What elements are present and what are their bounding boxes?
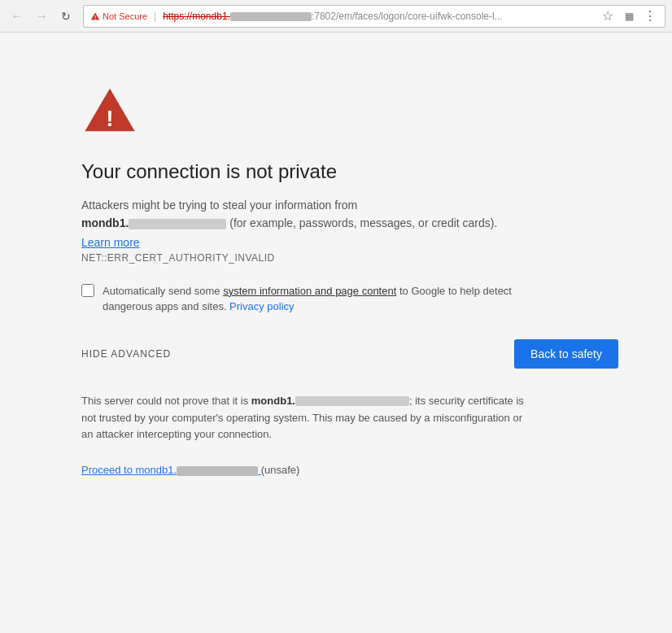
svg-text:!: ! <box>94 14 96 20</box>
error-code: NET::ERR_CERT_AUTHORITY_INVALID <box>81 252 672 264</box>
proceed-link-text: Proceed to mondb1. <box>81 464 177 476</box>
proceed-unsafe: (unsafe) <box>261 464 300 476</box>
learn-more-link[interactable]: Learn more <box>81 236 140 249</box>
browser-chrome: ← → ↻ ! Not Secure | https://mondb1.:780… <box>0 0 672 33</box>
site-name-blurred <box>129 219 226 229</box>
advanced-section: This server could not prove that it is m… <box>81 393 537 443</box>
proceed-blurred <box>177 466 258 476</box>
nav-buttons: ← → ↻ <box>7 6 76 27</box>
not-secure-badge: ! Not Secure <box>90 11 147 21</box>
page-content: ! Your connection is not private Attacke… <box>0 33 672 633</box>
description-line1: Attackers might be trying to steal your … <box>81 199 357 212</box>
svg-text:!: ! <box>106 106 113 131</box>
reload-button[interactable]: ↻ <box>55 6 76 27</box>
address-bar[interactable]: ! Not Secure | https://mondb1.:7802/em/f… <box>83 5 665 28</box>
site-name: mondb1. <box>81 216 129 229</box>
system-info-link[interactable]: system information and page content <box>223 285 396 297</box>
checkbox-section: Automatically send some system informati… <box>81 283 537 315</box>
url-host-name: mondb1. <box>192 11 230 22</box>
extension-icon[interactable]: ▦ <box>621 8 637 24</box>
hide-advanced-button[interactable]: HIDE ADVANCED <box>81 348 171 360</box>
url-text: https://mondb1.:7802/em/faces/logon/core… <box>163 11 595 22</box>
url-host-blurred <box>230 12 312 21</box>
advanced-site-name: mondb1. <box>251 395 295 407</box>
send-info-checkbox[interactable] <box>81 284 94 297</box>
forward-button[interactable]: → <box>31 6 52 27</box>
privacy-policy-link[interactable]: Privacy policy <box>229 300 294 312</box>
url-path: :7802/em/faces/logon/core-uifwk-console-… <box>312 11 503 22</box>
not-secure-label: Not Secure <box>103 11 147 21</box>
back-button[interactable]: ← <box>7 6 28 27</box>
url-host: https:// <box>163 11 192 22</box>
proceed-paragraph: Proceed to mondb1. (unsafe) <box>81 463 672 476</box>
warning-icon: ! <box>81 81 138 138</box>
description: Attackers might be trying to steal your … <box>81 196 537 233</box>
checkbox-label: Automatically send some system informati… <box>103 283 537 315</box>
main-heading: Your connection is not private <box>81 160 672 183</box>
menu-icon[interactable]: ⋮ <box>642 8 658 24</box>
warning-icon-small: ! <box>90 11 100 21</box>
star-icon[interactable]: ☆ <box>600 8 616 24</box>
advanced-text: This server could not prove that it is m… <box>81 393 537 443</box>
warning-icon-container: ! <box>81 81 672 141</box>
advanced-site-blurred <box>295 396 409 406</box>
buttons-row: HIDE ADVANCED Back to safety <box>81 339 618 369</box>
url-separator: | <box>154 11 156 22</box>
description-line2: (for example, passwords, messages, or cr… <box>229 216 497 229</box>
advanced-text-part1: This server could not prove that it is <box>81 395 251 407</box>
checkbox-label-part1: Automatically send some <box>103 285 223 297</box>
back-to-safety-button[interactable]: Back to safety <box>514 339 618 369</box>
proceed-link[interactable]: Proceed to mondb1. <box>81 464 261 476</box>
